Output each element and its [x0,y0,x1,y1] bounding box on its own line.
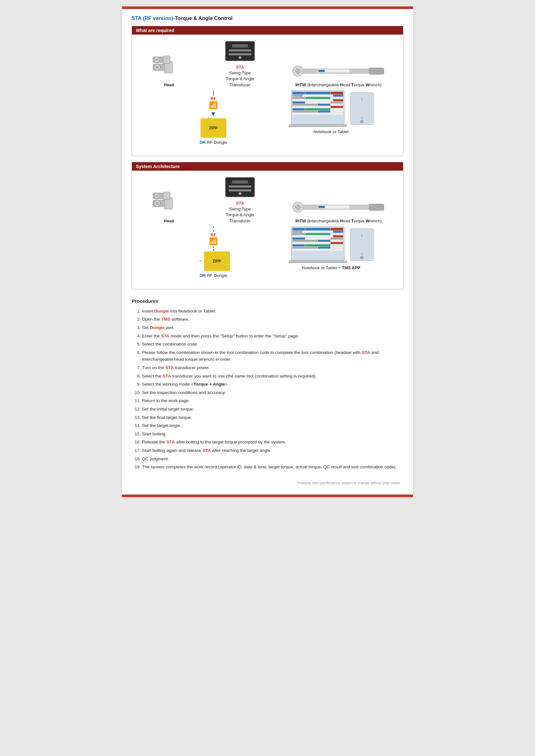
step-text-2: Open the TMS software. [142,316,403,323]
step-num-2: 2. [132,316,141,323]
step-text-18: QC judgment. [142,455,403,463]
bottom-bar [122,495,413,497]
step-num-8: 8. [132,373,141,380]
sa-dr-dongle-label: DR-RF Dongle [200,273,227,279]
procedure-step-1: 1. Insert Dongle into Notebook or Tablet… [132,307,403,315]
svg-rect-18 [318,70,325,72]
procedure-step-17: 17. Start bolting again and release STA … [132,446,403,455]
svg-rect-11 [229,53,251,55]
step-num-6: 6. [132,349,141,363]
svg-rect-20 [333,70,340,72]
procedure-list: 1. Insert Dongle into Notebook or Tablet… [132,307,403,471]
step-num-12: 12. [132,406,141,413]
tablet-screen-rows-1 [361,97,363,120]
what-are-required-header: What are required [132,26,403,35]
svg-rect-21 [341,70,347,72]
step-num-16: 16. [132,439,141,446]
footer-note: Products and specifications subject to c… [132,481,403,485]
sa-dashed-line [213,246,214,251]
sa-ihtw-label: IHTW (Interchangeable Head Torque Wrench… [295,218,382,224]
procedure-step-5: 5. Select the combination code. [132,340,403,348]
arrow-down-1: ▼ [210,110,217,118]
procedure-step-18: 18. QC judgment. [132,455,403,463]
tablet-home-1 [360,120,364,123]
top-diagram-row: Head STASwing TypeTorque & AngleTransd [135,40,400,88]
procedures-title: Procedures [132,298,403,304]
what-are-required-section: What are required [132,26,403,156]
step-text-8: Select the STA transducer you want to us… [142,373,403,380]
tablet-screen-1 [350,93,374,125]
step-text-17: Start bolting again and release STA afte… [142,447,403,454]
svg-rect-31 [232,180,248,184]
notebook-base-1 [289,124,347,127]
procedure-step-16: 16. Release the STA after bolting to the… [132,438,403,446]
sa-sta-item: STASwing TypeTorque & AngleTransducer [221,176,259,224]
step-num-18: 18. [132,455,141,463]
step-text-11: Return to the work page. [142,397,403,404]
what-are-required-content: Head STASwing TypeTorque & AngleTransd [132,35,403,156]
head-label: Head [164,82,174,88]
step-text-9: Select the working mode <Torque + Angle>… [142,381,403,388]
step-text-15: Start bolting. [142,431,403,438]
step-text-16: Release the STA after bolting to the tar… [142,439,403,446]
sa-right-arrow: → [197,257,203,264]
procedure-step-11: 11. Return to the work page. [132,396,403,405]
procedure-step-14: 14. Set the target angle. [132,421,403,430]
top-bar [122,7,413,9]
sa-middle-row: RF 📶 → ZIPP DR-RF Dongle [168,227,400,279]
step-text-14: Set the target angle. [142,422,403,429]
system-architecture-section: System Architecture [132,162,403,289]
dr-dongle-label-1: DR-RF Dongle [200,140,227,146]
content: STA (RF version)-Torque & Angle Control … [122,9,413,495]
sa-notebook-tablet-tms-group: Notebook or Tablet + TMS APP [289,227,374,271]
rf-signal-group-1: RF 📶 ▼ [209,91,218,118]
wifi-icon-1: 📶 [209,101,218,110]
procedure-step-2: 2. Open the TMS software. [132,315,403,324]
step-text-3: Set Dongle port. [142,324,403,331]
sa-sta-icon [224,176,256,199]
svg-point-14 [295,68,300,74]
sa-nb-tab-row [289,227,374,263]
step-text-4: Enter the STA mode and then press the "S… [142,333,403,340]
middle-diagram-row-1: RF 📶 ▼ ZIPP DR-RF Dongle [168,91,400,146]
sa-tablet-home [360,256,364,259]
title-suffix: -Torque & Angle Control [173,15,233,21]
step-num-19: 19. [132,464,141,471]
procedure-step-9: 9. Select the working mode <Torque + Ang… [132,380,403,389]
svg-rect-9 [232,44,248,47]
step-num-17: 17. [132,447,141,454]
procedure-step-4: 4. Enter the STA mode and then press the… [132,332,403,340]
procedure-step-7: 7. Turn on the STA transducer power. [132,364,403,372]
nb-tab-row-1 [289,91,374,127]
step-num-14: 14. [132,422,141,429]
ihtw-icon-1 [292,62,385,80]
sa-rf-label: RF [211,232,216,237]
svg-rect-33 [229,189,251,191]
svg-rect-40 [318,206,325,208]
step-text-10: Set the inspection conditions and accura… [142,389,403,396]
head-item: Head [150,54,188,88]
sa-rf-dongle-group: RF 📶 → ZIPP DR-RF Dongle [194,227,233,279]
svg-point-34 [239,192,241,195]
svg-rect-5 [163,56,170,64]
sa-head-label: Head [164,218,174,224]
sa-sta-label: STASwing TypeTorque & AngleTransducer [226,201,254,224]
dongle-icon-1: ZIPP [201,118,226,138]
rf-label-1: RF [211,96,216,101]
step-num-10: 10. [132,389,141,396]
sa-notebook-base [289,260,347,263]
step-text-7: Turn on the STA transducer power. [142,364,403,371]
step-text-6: Please follow the combination shown in t… [142,349,403,363]
sta-icon-1 [224,40,256,62]
svg-rect-16 [369,68,384,74]
svg-point-12 [239,56,241,59]
system-architecture-content: Head STASwing TypeTorque & AngleTransd [132,171,403,289]
procedure-step-8: 8. Select the STA transducer you want to… [132,372,403,380]
step-text-5: Select the combination code. [142,341,403,348]
svg-rect-19 [326,70,332,72]
svg-rect-41 [326,206,332,208]
notebook-screen-rows-1 [292,91,344,116]
step-num-3: 3. [132,324,141,331]
page-title: STA (RF version)-Torque & Angle Control [132,15,403,21]
step-num-11: 11. [132,397,141,404]
